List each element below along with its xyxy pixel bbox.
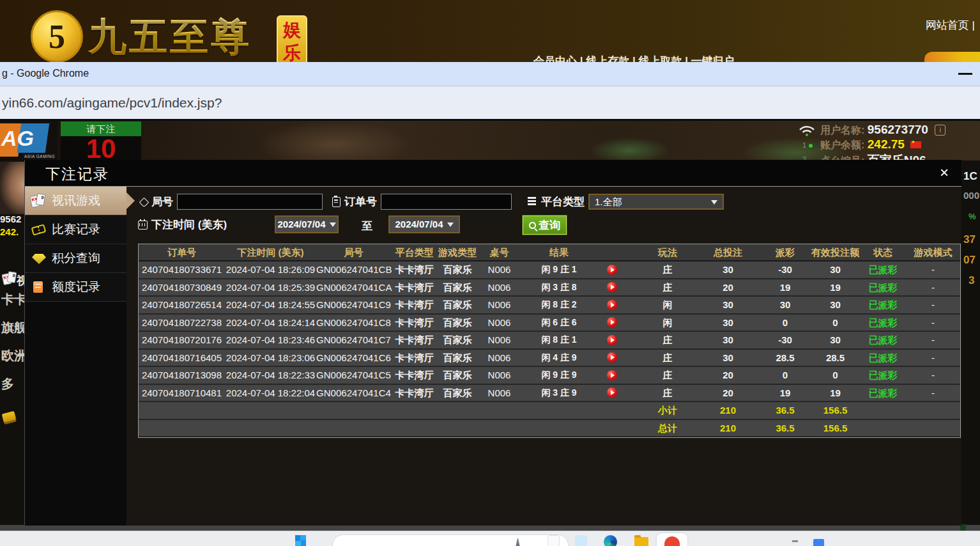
taskbar-search-input[interactable] [332,534,569,546]
bet-countdown: 请下注 10 [61,121,141,161]
balance-label: 账户余额: [820,139,864,150]
cell-table-no: N006 [477,261,521,278]
close-icon[interactable]: × [936,164,953,182]
cell-table-no: N006 [477,350,521,366]
table-row: 240704180716405 2024-07-04 18:23:06 GN00… [139,350,960,368]
lobby-hall-kaka[interactable]: 卡卡 [1,291,27,308]
sidebar-item-label: 比赛记录 [52,221,100,238]
folder-icon[interactable] [634,537,648,546]
active-app-card[interactable] [657,533,687,546]
sidebar-item-match-records[interactable]: 比赛记录 [25,215,126,244]
edge-browser-icon[interactable] [604,535,617,546]
banner-action-button[interactable] [924,52,980,62]
date-from-select[interactable]: 2024/07/04 [275,215,339,233]
chrome-titlebar: g - Google Chrome [0,62,980,86]
game-bottom-strip [0,525,980,531]
coin-digit: 5 [49,18,65,56]
bg-fragment: 1C [963,170,977,183]
lobby-hall-europe[interactable]: 欧洲 [1,347,27,364]
cell-result: 闲 8 庄 2 [521,297,640,313]
cell-order-no: 240704180733671 [139,261,225,278]
bg-fragment: 37 [963,233,976,246]
home-link[interactable]: 网站首页 | [926,18,975,33]
username-label: 用户名称: [820,125,864,136]
cell-mode: - [905,332,961,348]
cell-status: 已派彩 [861,261,905,278]
date-to-label: 至 [362,219,372,233]
cell-mode: - [905,261,961,278]
cell-order-no: 240704180713098 [139,367,225,384]
subtotal-total-bet: 210 [695,402,761,419]
platform-icon [528,197,537,207]
record-app-icon [664,536,680,546]
total-total-bet: 210 [695,420,761,437]
modal-title: 下注记录 [45,164,109,184]
brand-title: 九五至尊 [88,12,252,62]
chrome-window-title: g - Google Chrome [2,68,89,79]
taskbar-app-icon[interactable] [547,535,560,546]
asia-gaming-logo: AG ASIA GAMING [0,123,57,160]
site-banner: 5 九五至尊 娱乐 网站首页 | 会员中心 | 线上存款 | 线上取款 | 一键… [0,0,980,62]
windows-start-icon[interactable] [295,535,306,546]
lobby-hall-flagship[interactable]: 旗舰 [1,319,27,336]
diamond-icon [30,251,49,266]
platform-type-select[interactable]: 1.全部 [588,194,724,210]
sidebar-item-label: 视讯游戏 [52,192,100,209]
cell-round-no: GN006247041C5 [316,367,391,384]
cell-valid-bet: 19 [809,279,861,296]
total-valid-bet: 156.5 [809,420,861,437]
cell-platform: 卡卡湾厅 [391,279,438,296]
play-video-button[interactable] [607,370,617,380]
cell-bet-time: 2024-07-04 18:23:06 [225,350,316,366]
play-video-button[interactable] [607,265,617,275]
cell-bet-time: 2024-07-04 18:22:33 [225,367,316,384]
round-number-label: 局号 [151,194,173,209]
table-row: 240704180713098 2024-07-04 18:22:33 GN00… [139,367,960,385]
cell-game-type: 百家乐 [438,279,477,296]
play-video-button[interactable] [607,317,617,327]
info-icon[interactable]: i [935,125,946,136]
cell-payout: 19 [761,385,809,402]
minimize-button[interactable] [958,73,972,75]
date-to-select[interactable]: 2024/07/04 [388,215,460,233]
play-video-button[interactable] [607,282,617,292]
play-video-button[interactable] [607,352,617,363]
sidebar-item-video-games[interactable]: K♥9 视讯游戏 [25,187,126,215]
cell-round-no: GN006247041C9 [316,297,391,313]
cell-payout: 19 [761,279,809,296]
bet-records-table: 订单号 下注时间 (美东) 局号 平台类型 游戏类型 桌号 结果 玩法 总投注 … [138,244,961,438]
cell-valid-bet: 19 [809,385,861,402]
cell-game-type: 百家乐 [438,297,477,313]
play-video-button[interactable] [607,300,617,310]
cell-play: 闲 [640,297,695,313]
cell-mode: - [905,297,961,313]
order-number-input[interactable] [381,194,512,210]
sidebar-item-points-query[interactable]: 积分查询 [25,244,126,273]
url-text[interactable]: yin66.com/agingame/pcv1/index.jsp? [2,95,222,111]
lobby-username-fragment: 9562 [0,214,21,224]
play-video-button[interactable] [607,387,617,398]
subtotal-valid-bet: 156.5 [809,402,861,419]
cell-result: 闲 8 庄 1 [521,332,640,348]
lobby-hall-multi[interactable]: 多 [1,375,14,393]
cell-mode: - [905,367,961,384]
cell-bet-time: 2024-07-04 18:22:04 [225,385,316,402]
banner-nav[interactable]: 会员中心 | 线上存款 | 线上取款 | 一键归户 [533,54,735,62]
cell-valid-bet: 30 [809,332,861,348]
ag-text: AG [1,126,34,151]
cell-status: 已派彩 [861,279,905,296]
taskbar-app-icon[interactable] [575,535,587,546]
cell-valid-bet: 30 [809,297,861,313]
play-video-button[interactable] [607,335,617,345]
lobby-balance-fragment: 242. [0,226,19,237]
taskbar-app-icon[interactable] [813,539,824,546]
sidebar-item-quota-records[interactable]: 额度记录 [25,273,126,302]
query-button[interactable]: 查询 [523,215,567,235]
round-number-input[interactable] [177,194,323,210]
cell-platform: 卡卡湾厅 [391,385,438,402]
table-row: 240704180720176 2024-07-04 18:23:46 GN00… [139,332,960,350]
calendar-icon [138,221,148,230]
cell-total-bet: 30 [695,350,761,366]
chrome-urlbar[interactable]: yin66.com/agingame/pcv1/index.jsp? [0,86,980,121]
cell-result: 闲 4 庄 9 [521,350,640,366]
